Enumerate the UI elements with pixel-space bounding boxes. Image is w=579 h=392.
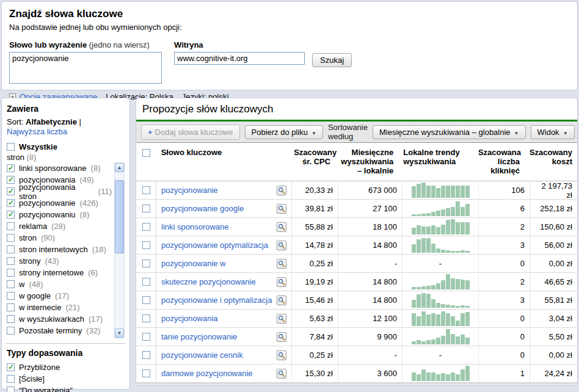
match-type-item[interactable]: [Ścisłe] <box>7 373 125 385</box>
row-checkbox[interactable] <box>142 205 150 212</box>
table-header-row: Słowo kluczowe Szacowany śr. CPC Miesięc… <box>136 143 577 181</box>
filter-checkbox[interactable] <box>7 222 15 230</box>
all-keywords-checkbox[interactable] <box>7 143 15 151</box>
filter-checkbox[interactable] <box>7 292 15 300</box>
match-type-checkbox[interactable] <box>7 387 15 392</box>
filter-checkbox[interactable] <box>7 245 15 253</box>
contains-filter-item[interactable]: pozycjonowania stron (11) <box>7 186 112 197</box>
search-button[interactable]: Szukaj <box>312 53 352 67</box>
contains-filter-item[interactable]: strony (43) <box>7 255 112 267</box>
filter-count: (8) <box>80 210 90 219</box>
magnifier-icon[interactable] <box>277 241 286 250</box>
contains-filter-item[interactable]: stron internetowych (18) <box>7 244 112 255</box>
contains-filter-item[interactable]: pozycjonowanie (426) <box>7 197 112 209</box>
row-checkbox[interactable] <box>142 241 150 249</box>
magnifier-icon[interactable] <box>277 314 286 324</box>
match-type-item[interactable]: Przybliżone <box>7 361 125 373</box>
keyword-link[interactable]: pozycjonowanie optymalizacja <box>161 241 268 250</box>
contains-filter-item[interactable]: w (48) <box>7 278 112 290</box>
row-checkbox[interactable] <box>142 278 150 286</box>
contains-section-title: Zawiera <box>7 104 125 114</box>
magnifier-icon[interactable] <box>277 296 286 305</box>
keyword-link[interactable]: pozycjonowanie w <box>161 259 226 268</box>
contains-filter-item[interactable]: w wyszukiwarkach (17) <box>7 313 112 325</box>
filter-checkbox[interactable] <box>7 315 15 323</box>
keyword-link[interactable]: tanie pozycjonowanie <box>161 332 237 341</box>
sort-label: Sort: <box>7 117 23 126</box>
contains-filter-item[interactable]: Pozostałe terminy (32) <box>7 325 112 336</box>
contains-filter-item[interactable]: w google (17) <box>7 290 112 302</box>
filter-checkbox[interactable] <box>7 164 15 172</box>
filter-checkbox[interactable] <box>7 257 15 265</box>
add-keywords-button[interactable]: +Dodaj słowa kluczowe <box>141 125 240 140</box>
searches-value: 14 800 <box>338 236 402 254</box>
row-checkbox[interactable] <box>142 369 150 377</box>
filter-checkbox[interactable] <box>7 211 15 219</box>
cpc-value: 15,30 zł <box>292 365 338 382</box>
filter-checkbox[interactable] <box>7 327 15 335</box>
row-checkbox[interactable] <box>142 314 150 322</box>
keyword-link[interactable]: pozycjonowania <box>161 314 218 323</box>
keyword-link[interactable]: darmowe pozycjonowanie <box>161 369 253 378</box>
clicks-value: 3 <box>479 291 530 309</box>
searches-value: 14 800 <box>338 291 402 309</box>
contains-filter-item[interactable]: reklama (28) <box>7 220 112 232</box>
keyword-link[interactable]: pozycjonowanie <box>161 186 218 195</box>
filter-checkbox[interactable] <box>7 199 15 207</box>
contains-filter-item[interactable]: linki sponsorowane (8) <box>7 162 112 174</box>
magnifier-icon[interactable] <box>277 369 286 379</box>
scrollbar-thumb[interactable] <box>115 180 124 253</box>
magnifier-icon[interactable] <box>277 204 286 214</box>
scrollbar-down-icon[interactable]: ▼ <box>115 328 124 338</box>
sidebar-divider <box>5 343 126 344</box>
filter-list-scrollbar[interactable]: ▲ ▼ <box>114 162 125 338</box>
contains-filter-item[interactable]: strony internetowe (6) <box>7 267 112 278</box>
row-checkbox[interactable] <box>142 333 150 341</box>
column-header-searches: Miesięczne wyszukiwania – lokalnie <box>335 148 398 175</box>
filter-checkbox[interactable] <box>7 269 15 277</box>
cost-value: 24,24 zł <box>530 365 577 382</box>
match-type-item[interactable]: "Do wyrażenia" <box>7 385 125 392</box>
select-all-checkbox[interactable] <box>142 149 150 157</box>
partial-filter-item[interactable]: stron (8) <box>7 153 125 162</box>
view-dropdown[interactable]: Widok▼ <box>531 125 575 139</box>
magnifier-icon[interactable] <box>277 186 286 195</box>
filter-checkbox[interactable] <box>7 280 15 288</box>
scrollbar-up-icon[interactable]: ▲ <box>115 163 124 172</box>
row-checkbox[interactable] <box>142 296 150 304</box>
contains-filter-item[interactable]: pozycjonowaniu (8) <box>7 209 112 220</box>
keyword-link[interactable]: pozycjonowanie cennik <box>161 350 243 360</box>
cost-value: 5,50 zł <box>530 328 577 346</box>
contains-filter-item[interactable]: w internecie (21) <box>7 302 112 313</box>
website-input[interactable] <box>174 52 305 65</box>
filter-checkbox[interactable] <box>7 234 15 242</box>
match-type-checkbox[interactable] <box>7 363 15 371</box>
keyword-input[interactable] <box>9 52 162 84</box>
page-title: Znajdź słowa kluczowe <box>9 8 570 20</box>
sort-highest-count-link[interactable]: Najwyższa liczba <box>7 127 67 136</box>
download-button[interactable]: Pobierz do pliku▼ <box>245 125 323 139</box>
row-checkbox[interactable] <box>142 260 150 267</box>
filter-count: (28) <box>51 222 65 231</box>
filter-checkbox[interactable] <box>7 187 15 195</box>
row-checkbox[interactable] <box>142 351 150 359</box>
contains-filter-item[interactable]: stron (90) <box>7 232 112 244</box>
keyword-link[interactable]: skuteczne pozycjonowanie <box>161 277 256 286</box>
magnifier-icon[interactable] <box>277 222 286 232</box>
row-checkbox[interactable] <box>142 186 150 194</box>
clicks-value: 106 <box>479 181 530 199</box>
keyword-link[interactable]: linki sponsorowane <box>161 222 229 231</box>
cost-value: 55,81 zł <box>530 291 577 309</box>
magnifier-icon[interactable] <box>277 350 286 360</box>
filter-checkbox[interactable] <box>7 303 15 311</box>
magnifier-icon[interactable] <box>277 277 286 287</box>
magnifier-icon[interactable] <box>277 259 286 269</box>
row-checkbox[interactable] <box>142 223 150 231</box>
chevron-down-icon: ▼ <box>563 131 568 136</box>
match-type-checkbox[interactable] <box>7 375 15 383</box>
filter-checkbox[interactable] <box>7 176 15 184</box>
keyword-link[interactable]: pozycjonowanie google <box>161 204 244 213</box>
keyword-link[interactable]: pozycjonowanie i optymalizacja <box>161 296 272 305</box>
sort-by-dropdown[interactable]: Miesięczne wyszukiwania – globalnie▼ <box>373 125 526 139</box>
magnifier-icon[interactable] <box>277 332 286 342</box>
